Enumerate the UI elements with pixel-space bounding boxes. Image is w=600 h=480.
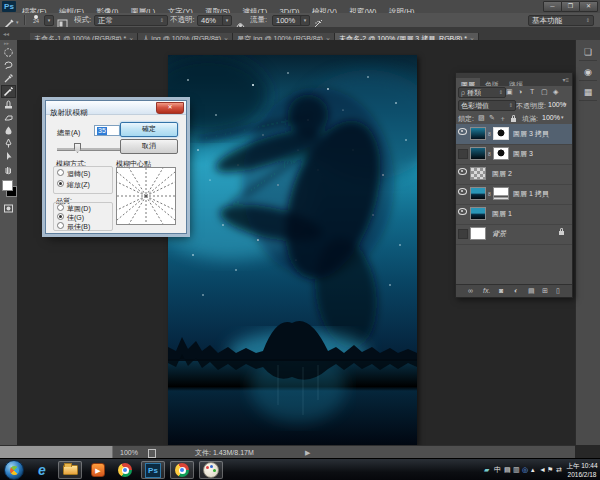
opacity-caret[interactable]: ▾: [222, 15, 232, 26]
taskbar-clock[interactable]: 上午 10:44 2016/2/18: [566, 461, 598, 479]
link-layers-icon[interactable]: ∞: [468, 285, 473, 297]
menu-window[interactable]: 視窗(W): [346, 5, 381, 13]
blend-mode-select[interactable]: 色彩增值 ⇕: [458, 100, 516, 111]
tray-hidden-icons-arrow[interactable]: ▴: [531, 459, 535, 480]
tray-keyboard-icon[interactable]: ▤: [504, 459, 511, 480]
delete-layer-icon[interactable]: ▯: [556, 285, 560, 297]
radio-best-label[interactable]: 最佳(B): [67, 222, 90, 232]
elliptical-marquee-tool-icon[interactable]: [1, 46, 16, 59]
layer-thumbnail[interactable]: [470, 187, 486, 200]
hand-tool-icon[interactable]: [1, 163, 16, 176]
taskbar-photoshop-icon-active[interactable]: Ps: [141, 461, 165, 479]
restore-button[interactable]: ❐: [561, 1, 580, 12]
brush-preset-caret[interactable]: ▾: [44, 15, 54, 26]
amount-input[interactable]: 35: [94, 125, 120, 136]
menu-help[interactable]: 說明(H): [385, 5, 418, 13]
fill-caret[interactable]: ▾: [561, 114, 564, 120]
radio-spin-label[interactable]: 迴轉(S): [67, 169, 90, 179]
blur-center-preview[interactable]: [116, 167, 176, 225]
radio-zoom-selected[interactable]: [57, 180, 64, 187]
fill-value[interactable]: 100%: [542, 114, 560, 121]
start-button[interactable]: [4, 460, 24, 480]
flow-caret[interactable]: ▾: [300, 15, 310, 26]
menu-layer[interactable]: 圖層(L): [127, 5, 159, 13]
layer-row-layer1[interactable]: 圖層 1: [456, 204, 572, 225]
filter-type-icon[interactable]: T: [530, 88, 534, 95]
radio-best[interactable]: [57, 222, 64, 229]
tool-preset-caret[interactable]: ▾: [16, 19, 19, 25]
filter-kind-select[interactable]: ρ 種類 ⇕: [458, 87, 506, 98]
layer-style-icon[interactable]: fx.: [483, 285, 490, 297]
cancel-button[interactable]: 取消: [120, 139, 178, 154]
taskbar-explorer-icon[interactable]: [58, 461, 82, 479]
visibility-eye-off[interactable]: [458, 149, 468, 159]
menu-select[interactable]: 選取(S): [201, 5, 234, 13]
path-select-tool-icon[interactable]: [1, 150, 16, 163]
menu-file[interactable]: 檔案(F): [18, 5, 51, 13]
adjustment-layer-icon[interactable]: ◐: [514, 285, 518, 297]
layer-mask-thumbnail[interactable]: [493, 187, 509, 200]
mode-select[interactable]: 正常 ⇕: [94, 15, 168, 26]
lock-position-icon[interactable]: ＋: [499, 114, 506, 124]
filter-pixel-icon[interactable]: ▣: [506, 88, 513, 96]
filter-shape-icon[interactable]: ▢: [541, 88, 548, 96]
pen-tool-icon[interactable]: [1, 137, 16, 150]
new-group-icon[interactable]: ▤: [528, 285, 535, 297]
eraser-tool-icon[interactable]: [1, 111, 16, 124]
new-layer-icon[interactable]: ⊞: [542, 285, 548, 297]
taskbar-ie-icon[interactable]: e: [30, 461, 54, 479]
layer-row-layer3-copy[interactable]: 8 圖層 3 拷貝: [456, 124, 572, 145]
radio-good-selected[interactable]: [57, 213, 64, 220]
radio-spin[interactable]: [57, 169, 64, 176]
foreground-color-swatch[interactable]: [2, 180, 13, 191]
opacity-field[interactable]: 46%: [197, 15, 225, 26]
taskbar-paint-app-icon[interactable]: [199, 461, 223, 479]
close-button[interactable]: ✕: [579, 1, 598, 12]
menu-image[interactable]: 影像(I): [92, 5, 122, 13]
visibility-eye-icon[interactable]: [458, 188, 467, 195]
radio-draft[interactable]: [57, 204, 64, 211]
quick-mask-icon[interactable]: [1, 202, 16, 215]
ok-button[interactable]: 確定: [120, 122, 178, 137]
layer-thumbnail[interactable]: [470, 167, 486, 180]
menu-type[interactable]: 文字(Y): [164, 5, 197, 13]
lasso-tool-icon[interactable]: [1, 59, 16, 72]
tray-update-icon[interactable]: ◎: [522, 459, 528, 480]
layer-thumbnail[interactable]: [470, 207, 486, 220]
lock-pixels-icon[interactable]: ✎: [489, 114, 495, 122]
layer-row-layer2[interactable]: 圖層 2: [456, 164, 572, 185]
filter-smartobject-icon[interactable]: ◈: [553, 88, 558, 96]
layer-row-layer1-copy[interactable]: 8 圖層 1 拷貝: [456, 184, 572, 205]
visibility-eye-off[interactable]: [458, 229, 468, 239]
photo-canvas[interactable]: [168, 55, 417, 445]
lock-transparency-icon[interactable]: ▨: [478, 114, 485, 122]
taskbar-chrome-icon[interactable]: [113, 461, 137, 479]
minimize-button[interactable]: ─: [543, 1, 562, 12]
lock-all-icon[interactable]: [511, 118, 516, 122]
visibility-eye-icon[interactable]: [458, 208, 467, 215]
tray-network-icon[interactable]: ⇄: [556, 459, 562, 480]
opacity-caret[interactable]: ▾: [564, 101, 567, 107]
tray-volume-icon[interactable]: ◄: [539, 459, 546, 480]
taskbar-media-player-icon[interactable]: ▶: [86, 461, 110, 479]
layer-row-layer3[interactable]: 8 圖層 3: [456, 144, 572, 165]
tray-ime-icon[interactable]: 中: [494, 459, 501, 480]
visibility-eye-icon[interactable]: [458, 128, 467, 135]
menu-view[interactable]: 檢視(V): [308, 5, 341, 13]
amount-slider-thumb[interactable]: [74, 143, 81, 153]
eyedropper-tool-icon[interactable]: [1, 72, 16, 85]
layer-mask-thumbnail[interactable]: [493, 127, 509, 140]
add-mask-icon[interactable]: ◙: [499, 285, 503, 297]
menu-filter[interactable]: 濾鏡(T): [239, 5, 272, 13]
dialog-close-icon[interactable]: ✕: [156, 102, 184, 114]
layer-thumbnail[interactable]: [470, 227, 486, 240]
brush-tool-icon-selected[interactable]: [1, 85, 16, 98]
tray-tool-icon[interactable]: ▥: [513, 459, 520, 480]
filter-adjustment-icon[interactable]: ◑: [518, 88, 522, 95]
visibility-eye-icon[interactable]: [458, 168, 467, 175]
taskbar-chrome-window-icon[interactable]: [170, 461, 194, 479]
layer-mask-thumbnail[interactable]: [493, 147, 509, 160]
brush-preset-picker[interactable]: 24: [30, 14, 42, 26]
glyphs-panel-icon[interactable]: ▦: [579, 84, 597, 101]
color-panel-icon[interactable]: ◉: [579, 64, 597, 81]
